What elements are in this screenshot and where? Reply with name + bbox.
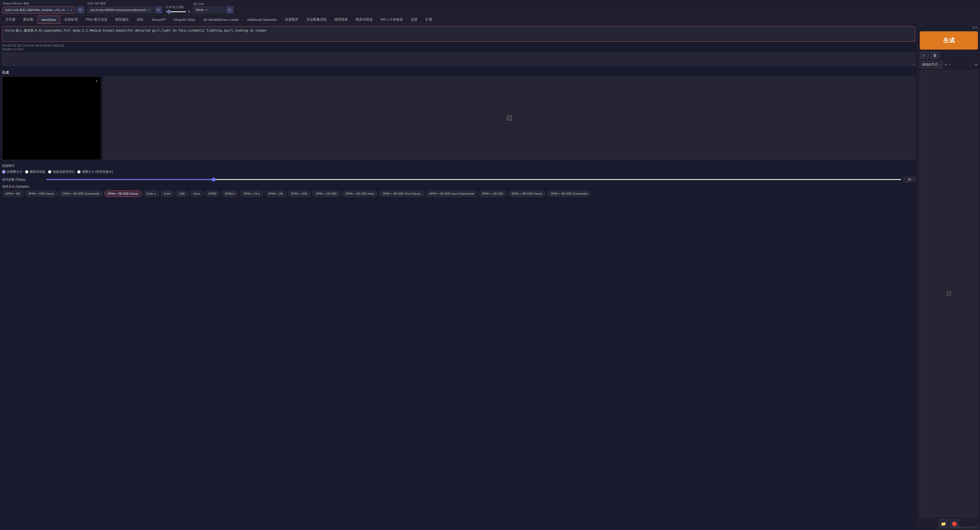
sampler-label: 采样方法 (Sampler) bbox=[2, 185, 915, 189]
sampler-dpm2mSdeKarras[interactable]: DPM++ 2M SDE Karras bbox=[104, 191, 142, 197]
tab-xunLian[interactable]: 训练 bbox=[133, 15, 147, 24]
folder-button[interactable]: 📁 bbox=[939, 519, 948, 528]
right-panel: 0/75 生成 ✓ 🗑 基础起手式 × ▼ × ✏ 🖼 📁 🔴 bbox=[917, 24, 980, 530]
tab-moXingRongHe[interactable]: 模型融合 bbox=[111, 15, 132, 24]
gen-section: 生成 × 🖼 bbox=[0, 68, 917, 162]
right-image-placeholder-icon: 🖼 bbox=[947, 291, 951, 297]
clip-value: 2 bbox=[188, 10, 190, 14]
tab-tensorrt[interactable]: TensorRT bbox=[148, 16, 170, 24]
style-pencil-icon[interactable]: ✏ bbox=[975, 63, 978, 67]
sd-model-section: Stable Diffusion 模型 [sd1.5-sfw-真实人物]XXMi… bbox=[3, 2, 84, 14]
resize-crop[interactable]: 裁剪后缩放 bbox=[25, 170, 45, 174]
sampler-dpm2msdeheunexp[interactable]: DPM++ 2M SDE Heun Exponential bbox=[426, 191, 477, 197]
tab-additionalNetworks[interactable]: Additional Networks bbox=[243, 16, 281, 24]
sd-unet-refresh-button[interactable]: ↻ bbox=[226, 6, 234, 14]
clip-label: CLIP 终止层数 bbox=[165, 5, 190, 9]
right-image-area: 🖼 bbox=[920, 70, 978, 517]
sd-unet-value: None bbox=[196, 8, 204, 12]
top-bar: Stable Diffusion 模型 [sd1.5-sfw-真实人物]XXMi… bbox=[0, 0, 980, 15]
generate-button[interactable]: 生成 bbox=[920, 31, 978, 49]
clip-slider[interactable] bbox=[165, 11, 186, 12]
sd-model-refresh-button[interactable]: ↻ bbox=[77, 6, 84, 14]
style-tag-label: 基础起手式 bbox=[922, 62, 938, 67]
vae-model-section: 外挂 VAE 模型 vae-ft-mse-840000-ema-pruned.s… bbox=[88, 2, 162, 14]
resize-mode-label: 缩放模式 bbox=[2, 164, 915, 168]
resize-only-resize[interactable]: 仅调整大小 bbox=[2, 170, 22, 174]
sd-model-label: Stable Diffusion 模型 bbox=[3, 2, 84, 5]
tab-moXingZhuanHuan[interactable]: 模型转换 bbox=[331, 15, 352, 24]
tab-houQiChuli[interactable]: 后期处理 bbox=[60, 15, 81, 24]
sd-model-arrow-icon: ▼ bbox=[70, 9, 73, 11]
sampler-eulera[interactable]: Euler a bbox=[143, 191, 159, 197]
sampler-dpm2msdeheun[interactable]: DPM++ 2M SDE Heun bbox=[342, 191, 378, 197]
tab-wd14[interactable]: WD 1.4 标签器 bbox=[377, 15, 407, 24]
sampler-dpmsde[interactable]: DPM++ SDE Karras bbox=[25, 191, 57, 197]
tab-sheZhi[interactable]: 设置 bbox=[407, 15, 421, 24]
sampler-dpm2m[interactable]: DPM++ 2M bbox=[2, 191, 24, 197]
style-dropdown-icon[interactable]: ▼ bbox=[944, 63, 947, 67]
tab-mov2mov[interactable]: mov2mov bbox=[38, 16, 60, 24]
resize-only-resize-label: 仅调整大小 bbox=[7, 170, 22, 174]
sd-unet-dropdown[interactable]: None ▼ bbox=[193, 6, 224, 13]
nav-tabs: 文生图 图生图 mov2mov 后期处理 PNG 图片信息 模型融合 训练 Te… bbox=[0, 15, 980, 24]
sampler-dpmsde2[interactable]: DPM++ SDE bbox=[288, 191, 311, 197]
sampler-euler[interactable]: Euler bbox=[161, 191, 174, 197]
tab-kuoZhan[interactable]: 扩展 bbox=[422, 15, 436, 24]
sampler-grid: DPM++ 2M DPM++ SDE Karras DPM++ 2M SDE E… bbox=[2, 191, 915, 197]
resize-crop-label: 裁剪后缩放 bbox=[30, 170, 45, 174]
gen-image-placeholder-icon: 🖼 bbox=[506, 115, 512, 122]
tab-wuBianLanLan[interactable]: 无边图像浏览 bbox=[302, 15, 330, 24]
sampler-dpm2a[interactable]: DPM2 a bbox=[221, 191, 239, 197]
negative-prompt-input[interactable] bbox=[2, 53, 915, 66]
gen-image-close-button[interactable]: × bbox=[94, 78, 99, 84]
sd-model-dropdown[interactable]: [sd1.5-sfw-真实人物]XXMix_9realistic_v4.0_v4… bbox=[3, 6, 75, 14]
style-tag-close-icon[interactable]: × bbox=[939, 63, 940, 66]
negative-prompt-label: 反向提示词 (按 Ctrl+Enter 或 Alt+Enter 开始生成) Ne… bbox=[2, 43, 915, 51]
tab-ebsynth[interactable]: Ebsynth Utility bbox=[170, 16, 199, 24]
tab-shenDuTuKu[interactable]: 深度图库 bbox=[281, 15, 302, 24]
sampler-heun[interactable]: Heun bbox=[190, 191, 204, 197]
sampler-dpm2msdeheunkarras[interactable]: DPM++ 2M SDE Heun Karras bbox=[379, 191, 424, 197]
clip-row: 2 bbox=[165, 10, 190, 14]
sampler-dpm2plain[interactable]: DPM++ 2M bbox=[265, 191, 286, 197]
resize-latent[interactable]: 调整大小 (潜空间放大) bbox=[77, 170, 113, 174]
sampler-dpm3mkarras[interactable]: DPM++ 3M SDE Karras bbox=[508, 191, 546, 197]
tab-tuShengTu[interactable]: 图生图 bbox=[19, 15, 37, 24]
vae-model-dropdown[interactable]: vae-ft-mse-840000-ema-pruned.safetensors… bbox=[88, 7, 153, 13]
gen-section-title: 生成 bbox=[2, 70, 915, 75]
watermark: CSDN @skeletor123 bbox=[954, 526, 978, 529]
sd-unet-row: None ▼ ↻ bbox=[193, 6, 234, 14]
sampler-dpm3m[interactable]: DPM++ 3M SDE bbox=[479, 191, 507, 197]
style-close-x[interactable]: × bbox=[949, 63, 951, 67]
positive-prompt-input[interactable]: <lora:真人-颜清墨:0.8>,guqinghan,full body:1.… bbox=[2, 26, 915, 42]
counter-label: 0/75 bbox=[920, 26, 978, 29]
style-tag: 基础起手式 × bbox=[920, 61, 943, 68]
sampler-lms[interactable]: LMS bbox=[175, 191, 188, 197]
tab-pose3d[interactable]: 3D Model&Pose Loader bbox=[200, 16, 243, 24]
sd-model-value: [sd1.5-sfw-真实人物]XXMix_9realistic_v4.0_v4… bbox=[5, 8, 68, 12]
vae-model-refresh-button[interactable]: ↻ bbox=[155, 6, 162, 14]
style-row: 基础起手式 × ▼ × ✏ bbox=[920, 61, 978, 68]
sampler-dpm2[interactable]: DPM2 bbox=[205, 191, 220, 197]
steps-slider[interactable] bbox=[46, 179, 902, 180]
sampler-dpm2msde[interactable]: DPM++ 2M SDE bbox=[312, 191, 340, 197]
tab-pngXinxi[interactable]: PNG 图片信息 bbox=[82, 15, 111, 24]
main-layout: <lora:真人-颜清墨:0.8>,guqinghan,full body:1.… bbox=[0, 24, 980, 530]
steps-label: 迭代步数 (Steps) bbox=[2, 177, 44, 182]
sampler-dpm3mexp[interactable]: DPM++ 3M SDE Exponential bbox=[547, 191, 591, 197]
sampler-dpm2mSdeExp[interactable]: DPM++ 2M SDE Exponential bbox=[59, 191, 103, 197]
gen-image-right: 🖼 bbox=[103, 76, 915, 160]
gen-image-left: × bbox=[2, 76, 101, 160]
gen-images-row: × 🖼 bbox=[2, 76, 915, 160]
sampler-dpm2s[interactable]: DPM++ 2S a bbox=[240, 191, 263, 197]
resize-fill[interactable]: 缩放后填充空白 bbox=[48, 170, 75, 174]
tab-wenShengTu[interactable]: 文生图 bbox=[2, 15, 19, 24]
vae-model-label: 外挂 VAE 模型 bbox=[88, 2, 162, 5]
resize-latent-label: 调整大小 (潜空间放大) bbox=[82, 170, 113, 174]
trash-button[interactable]: 🗑 bbox=[930, 52, 940, 59]
vae-model-row: vae-ft-mse-840000-ema-pruned.safetensors… bbox=[88, 6, 162, 14]
action-row: ✓ 🗑 bbox=[920, 52, 978, 59]
sd-model-row: [sd1.5-sfw-真实人物]XXMix_9realistic_v4.0_v4… bbox=[3, 6, 84, 14]
check-button[interactable]: ✓ bbox=[920, 52, 929, 59]
tab-tuKuLiuLanQi[interactable]: 图库浏览器 bbox=[352, 15, 376, 24]
